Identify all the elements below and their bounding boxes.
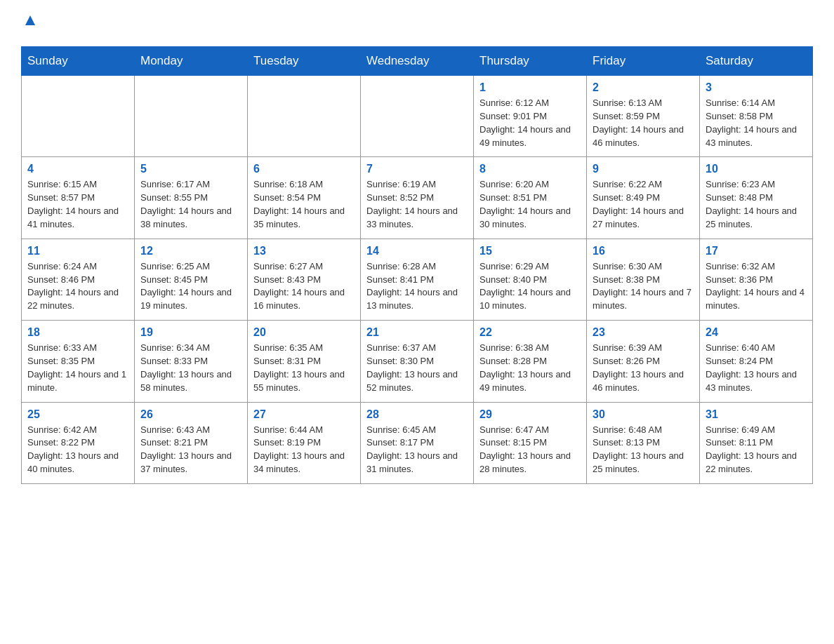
calendar-cell: 27Sunrise: 6:44 AMSunset: 8:19 PMDayligh… [248,402,361,483]
calendar-week-row: 25Sunrise: 6:42 AMSunset: 8:22 PMDayligh… [22,402,813,483]
day-of-week-header: Monday [135,47,248,76]
calendar-week-row: 4Sunrise: 6:15 AMSunset: 8:57 PMDaylight… [22,157,813,239]
day-number: 6 [253,163,355,175]
day-info: Sunrise: 6:13 AMSunset: 8:59 PMDaylight:… [593,97,694,149]
day-number: 31 [706,408,807,421]
day-number: 29 [479,408,581,421]
day-number: 4 [27,163,128,175]
calendar-cell: 4Sunrise: 6:15 AMSunset: 8:57 PMDaylight… [22,157,135,239]
calendar-cell: 19Sunrise: 6:34 AMSunset: 8:33 PMDayligh… [135,321,248,402]
calendar-cell: 14Sunrise: 6:28 AMSunset: 8:41 PMDayligh… [361,239,474,320]
day-number: 25 [27,408,128,421]
day-info: Sunrise: 6:47 AMSunset: 8:15 PMDaylight:… [479,424,581,476]
calendar-cell: 15Sunrise: 6:29 AMSunset: 8:40 PMDayligh… [474,239,587,320]
day-number: 11 [27,245,128,257]
day-info: Sunrise: 6:27 AMSunset: 8:43 PMDaylight:… [253,260,355,313]
day-info: Sunrise: 6:29 AMSunset: 8:40 PMDaylight:… [479,260,581,313]
day-number: 27 [253,408,355,421]
day-number: 13 [253,245,355,257]
day-info: Sunrise: 6:34 AMSunset: 8:33 PMDaylight:… [140,342,241,394]
page-header [21,14,813,34]
day-of-week-header: Saturday [700,47,813,76]
day-number: 23 [593,326,694,339]
day-number: 17 [706,245,807,257]
day-number: 9 [593,163,694,175]
day-of-week-header: Sunday [22,47,135,76]
day-number: 28 [366,408,468,421]
day-info: Sunrise: 6:33 AMSunset: 8:35 PMDaylight:… [27,342,128,394]
day-number: 3 [706,81,807,94]
day-info: Sunrise: 6:44 AMSunset: 8:19 PMDaylight:… [253,424,355,476]
day-number: 1 [479,81,581,94]
calendar-cell: 25Sunrise: 6:42 AMSunset: 8:22 PMDayligh… [22,402,135,483]
calendar-cell [135,76,248,157]
calendar-week-row: 1Sunrise: 6:12 AMSunset: 9:01 PMDaylight… [22,76,813,157]
calendar-cell: 18Sunrise: 6:33 AMSunset: 8:35 PMDayligh… [22,321,135,402]
day-info: Sunrise: 6:49 AMSunset: 8:11 PMDaylight:… [706,424,807,476]
calendar-cell: 2Sunrise: 6:13 AMSunset: 8:59 PMDaylight… [587,76,700,157]
day-info: Sunrise: 6:39 AMSunset: 8:26 PMDaylight:… [593,342,694,394]
day-info: Sunrise: 6:25 AMSunset: 8:45 PMDaylight:… [140,260,241,313]
calendar-cell: 3Sunrise: 6:14 AMSunset: 8:58 PMDaylight… [700,76,813,157]
day-info: Sunrise: 6:30 AMSunset: 8:38 PMDaylight:… [593,260,694,313]
day-number: 16 [593,245,694,257]
day-info: Sunrise: 6:43 AMSunset: 8:21 PMDaylight:… [140,424,241,476]
day-number: 21 [366,326,468,339]
day-number: 14 [366,245,468,257]
logo-triangle-icon [22,13,38,28]
day-info: Sunrise: 6:18 AMSunset: 8:54 PMDaylight:… [253,178,355,231]
day-info: Sunrise: 6:45 AMSunset: 8:17 PMDaylight:… [366,424,468,476]
calendar-cell [22,76,135,157]
calendar-header-row: SundayMondayTuesdayWednesdayThursdayFrid… [22,47,813,76]
calendar-cell: 24Sunrise: 6:40 AMSunset: 8:24 PMDayligh… [700,321,813,402]
logo [21,14,38,34]
calendar-cell: 28Sunrise: 6:45 AMSunset: 8:17 PMDayligh… [361,402,474,483]
day-number: 8 [479,163,581,175]
calendar-cell: 6Sunrise: 6:18 AMSunset: 8:54 PMDaylight… [248,157,361,239]
day-info: Sunrise: 6:22 AMSunset: 8:49 PMDaylight:… [593,178,694,231]
calendar-cell: 8Sunrise: 6:20 AMSunset: 8:51 PMDaylight… [474,157,587,239]
day-number: 2 [593,81,694,94]
day-of-week-header: Thursday [474,47,587,76]
day-number: 12 [140,245,241,257]
day-number: 26 [140,408,241,421]
day-of-week-header: Wednesday [361,47,474,76]
day-info: Sunrise: 6:37 AMSunset: 8:30 PMDaylight:… [366,342,468,394]
calendar-cell: 11Sunrise: 6:24 AMSunset: 8:46 PMDayligh… [22,239,135,320]
day-number: 7 [366,163,468,175]
day-info: Sunrise: 6:35 AMSunset: 8:31 PMDaylight:… [253,342,355,394]
day-of-week-header: Tuesday [248,47,361,76]
calendar-cell: 30Sunrise: 6:48 AMSunset: 8:13 PMDayligh… [587,402,700,483]
calendar-cell: 21Sunrise: 6:37 AMSunset: 8:30 PMDayligh… [361,321,474,402]
day-info: Sunrise: 6:32 AMSunset: 8:36 PMDaylight:… [706,260,807,313]
day-number: 10 [706,163,807,175]
calendar-cell: 5Sunrise: 6:17 AMSunset: 8:55 PMDaylight… [135,157,248,239]
day-info: Sunrise: 6:40 AMSunset: 8:24 PMDaylight:… [706,342,807,394]
calendar-week-row: 11Sunrise: 6:24 AMSunset: 8:46 PMDayligh… [22,239,813,320]
day-number: 15 [479,245,581,257]
day-number: 5 [140,163,241,175]
calendar-cell: 16Sunrise: 6:30 AMSunset: 8:38 PMDayligh… [587,239,700,320]
day-info: Sunrise: 6:17 AMSunset: 8:55 PMDaylight:… [140,178,241,231]
calendar-cell: 10Sunrise: 6:23 AMSunset: 8:48 PMDayligh… [700,157,813,239]
day-number: 24 [706,326,807,339]
calendar-cell: 9Sunrise: 6:22 AMSunset: 8:49 PMDaylight… [587,157,700,239]
day-of-week-header: Friday [587,47,700,76]
calendar-cell: 12Sunrise: 6:25 AMSunset: 8:45 PMDayligh… [135,239,248,320]
calendar-table: SundayMondayTuesdayWednesdayThursdayFrid… [21,46,813,484]
day-info: Sunrise: 6:14 AMSunset: 8:58 PMDaylight:… [706,97,807,149]
day-info: Sunrise: 6:42 AMSunset: 8:22 PMDaylight:… [27,424,128,476]
day-number: 18 [27,326,128,339]
day-number: 19 [140,326,241,339]
day-info: Sunrise: 6:28 AMSunset: 8:41 PMDaylight:… [366,260,468,313]
day-info: Sunrise: 6:12 AMSunset: 9:01 PMDaylight:… [479,97,581,149]
calendar-cell [361,76,474,157]
calendar-cell: 23Sunrise: 6:39 AMSunset: 8:26 PMDayligh… [587,321,700,402]
day-number: 20 [253,326,355,339]
calendar-cell: 22Sunrise: 6:38 AMSunset: 8:28 PMDayligh… [474,321,587,402]
calendar-cell: 17Sunrise: 6:32 AMSunset: 8:36 PMDayligh… [700,239,813,320]
svg-marker-0 [25,15,35,25]
calendar-cell: 31Sunrise: 6:49 AMSunset: 8:11 PMDayligh… [700,402,813,483]
day-number: 30 [593,408,694,421]
calendar-week-row: 18Sunrise: 6:33 AMSunset: 8:35 PMDayligh… [22,321,813,402]
